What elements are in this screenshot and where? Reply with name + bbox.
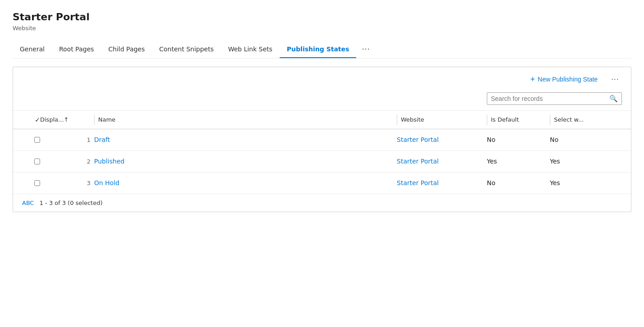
row-num-2: 2 xyxy=(40,158,94,165)
table-row[interactable]: 1 Draft Starter Portal No No xyxy=(13,129,631,151)
row-name-1[interactable]: Draft xyxy=(94,136,397,143)
pagination-row: ABC 1 - 3 of 3 (0 selected) xyxy=(13,194,631,212)
new-publishing-state-button[interactable]: + New Publishing State xyxy=(527,73,602,85)
page-subtitle: Website xyxy=(13,25,631,32)
tab-publishing-states[interactable]: Publishing States xyxy=(280,41,357,58)
row-is-default-3: No xyxy=(487,179,550,186)
row-is-default-1: No xyxy=(487,136,550,143)
table-row[interactable]: 2 Published Starter Portal Yes Yes xyxy=(13,151,631,173)
tab-root-pages[interactable]: Root Pages xyxy=(52,41,101,58)
more-tabs-button[interactable]: ··· xyxy=(356,41,375,58)
toolbar-more-button[interactable]: ··· xyxy=(608,73,622,85)
table-header: ✓ Displa...↑ Name Website Is Default Sel… xyxy=(13,111,631,129)
search-icon[interactable]: 🔍 xyxy=(609,95,618,103)
search-row: 🔍 xyxy=(13,90,631,111)
checkmark-icon: ✓ xyxy=(35,116,40,123)
col-header-website[interactable]: Website xyxy=(397,114,487,125)
tab-web-link-sets[interactable]: Web Link Sets xyxy=(221,41,279,58)
pagination-abc[interactable]: ABC xyxy=(22,200,34,206)
row-is-default-2: Yes xyxy=(487,158,550,165)
row-website-2[interactable]: Starter Portal xyxy=(397,158,487,165)
search-input[interactable] xyxy=(491,95,607,102)
col-header-select-w[interactable]: Select w... xyxy=(550,114,622,125)
row-num-3: 3 xyxy=(40,180,94,186)
content-panel: + New Publishing State ··· 🔍 ✓ Displa...… xyxy=(13,67,631,212)
plus-icon: + xyxy=(531,75,535,83)
tab-content-snippets[interactable]: Content Snippets xyxy=(152,41,221,58)
col-header-is-default[interactable]: Is Default xyxy=(487,114,550,125)
tabs-bar: General Root Pages Child Pages Content S… xyxy=(13,41,631,59)
row-select-w-1: No xyxy=(550,136,622,143)
tab-general[interactable]: General xyxy=(13,41,52,58)
row-select-w-3: Yes xyxy=(550,179,622,186)
row-name-3[interactable]: On Hold xyxy=(94,179,397,186)
table-container: ✓ Displa...↑ Name Website Is Default Sel… xyxy=(13,111,631,212)
panel-toolbar: + New Publishing State ··· xyxy=(13,67,631,90)
row-website-1[interactable]: Starter Portal xyxy=(397,136,487,143)
row-website-3[interactable]: Starter Portal xyxy=(397,179,487,186)
row-num-1: 1 xyxy=(40,136,94,143)
col-header-check: ✓ xyxy=(22,114,40,125)
new-publishing-state-label: New Publishing State xyxy=(538,76,598,83)
row-name-2[interactable]: Published xyxy=(94,158,397,165)
page-title: Starter Portal xyxy=(13,11,631,24)
tab-child-pages[interactable]: Child Pages xyxy=(101,41,152,58)
row-checkbox-2[interactable] xyxy=(22,159,40,164)
col-header-display[interactable]: Displa...↑ xyxy=(40,114,94,125)
page-header: Starter Portal Website xyxy=(13,11,631,32)
col-header-name[interactable]: Name xyxy=(94,114,397,125)
search-box: 🔍 xyxy=(487,92,622,105)
pagination-info: 1 - 3 of 3 (0 selected) xyxy=(40,200,103,206)
row-checkbox-3[interactable] xyxy=(22,180,40,186)
row-checkbox-1[interactable] xyxy=(22,137,40,143)
row-select-w-2: Yes xyxy=(550,158,622,165)
table-row[interactable]: 3 On Hold Starter Portal No Yes xyxy=(13,173,631,194)
